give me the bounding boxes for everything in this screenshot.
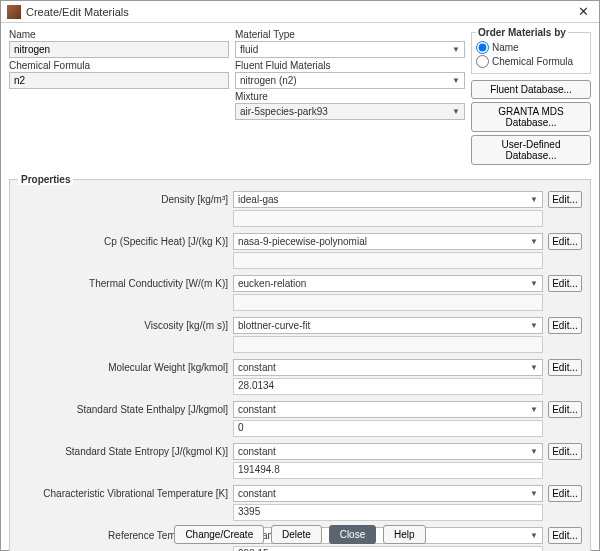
order-fieldset: Order Materials by Name Chemical Formula <box>471 27 591 74</box>
property-edit-button[interactable]: Edit... <box>548 317 582 334</box>
property-label: Density [kg/m³] <box>18 194 228 205</box>
property-method-select[interactable]: constant▼ <box>233 485 543 502</box>
property-value-input <box>233 252 543 269</box>
properties-fieldset: Properties Density [kg/m³]ideal-gas▼Edit… <box>9 174 591 551</box>
chevron-down-icon: ▼ <box>530 321 538 330</box>
order-formula-label: Chemical Formula <box>492 56 573 67</box>
formula-label: Chemical Formula <box>9 60 229 71</box>
chevron-down-icon: ▼ <box>452 45 460 54</box>
property-edit-button[interactable]: Edit... <box>548 191 582 208</box>
property-value-input[interactable]: 3395 <box>233 504 543 521</box>
fluid-materials-select[interactable]: nitrogen (n2) ▼ <box>235 72 465 89</box>
property-value-input <box>233 336 543 353</box>
property-method-value: blottner-curve-fit <box>238 320 310 331</box>
spacer <box>548 462 582 479</box>
property-edit-button[interactable]: Edit... <box>548 275 582 292</box>
spacer <box>548 252 582 269</box>
property-label: Characteristic Vibrational Temperature [… <box>18 488 228 499</box>
top-row: Name Chemical Formula Material Type flui… <box>9 27 591 168</box>
name-label: Name <box>9 29 229 40</box>
property-edit-button[interactable]: Edit... <box>548 401 582 418</box>
spacer <box>548 378 582 395</box>
fluid-materials-label: Fluent Fluid Materials <box>235 60 465 71</box>
name-input[interactable] <box>9 41 229 58</box>
change-create-button[interactable]: Change/Create <box>174 525 264 544</box>
app-icon <box>7 5 21 19</box>
property-value-input[interactable]: 298.15 <box>233 546 543 551</box>
order-by-formula[interactable]: Chemical Formula <box>476 55 586 68</box>
property-edit-button[interactable]: Edit... <box>548 485 582 502</box>
property-method-select[interactable]: eucken-relation▼ <box>233 275 543 292</box>
footer: Change/Create Delete Close Help <box>1 525 599 544</box>
order-name-radio[interactable] <box>476 41 489 54</box>
spacer <box>548 546 582 551</box>
close-icon[interactable]: ✕ <box>574 4 593 19</box>
content: Name Chemical Formula Material Type flui… <box>1 23 599 551</box>
property-method-select[interactable]: constant▼ <box>233 401 543 418</box>
property-edit-button[interactable]: Edit... <box>548 443 582 460</box>
chevron-down-icon: ▼ <box>530 363 538 372</box>
close-button[interactable]: Close <box>329 525 377 544</box>
property-value-input <box>233 294 543 311</box>
spacer <box>548 420 582 437</box>
spacer <box>548 210 582 227</box>
delete-button[interactable]: Delete <box>271 525 322 544</box>
property-method-value: eucken-relation <box>238 278 306 289</box>
property-value-input[interactable]: 28.0134 <box>233 378 543 395</box>
fluid-materials-value: nitrogen (n2) <box>240 75 297 86</box>
order-legend: Order Materials by <box>476 27 568 38</box>
dialog: Create/Edit Materials ✕ Name Chemical Fo… <box>0 0 600 551</box>
property-method-select[interactable]: constant▼ <box>233 443 543 460</box>
chevron-down-icon: ▼ <box>530 447 538 456</box>
property-value-input[interactable]: 191494.8 <box>233 462 543 479</box>
col-mid: Material Type fluid ▼ Fluent Fluid Mater… <box>235 27 465 168</box>
material-type-select[interactable]: fluid ▼ <box>235 41 465 58</box>
property-method-value: ideal-gas <box>238 194 279 205</box>
formula-input[interactable] <box>9 72 229 89</box>
property-value-row: 298.15 <box>233 546 582 551</box>
chevron-down-icon: ▼ <box>530 279 538 288</box>
fluent-database-button[interactable]: Fluent Database... <box>471 80 591 99</box>
help-button[interactable]: Help <box>383 525 426 544</box>
property-value-row: 3395 <box>233 504 582 521</box>
order-formula-radio[interactable] <box>476 55 489 68</box>
property-method-value: constant <box>238 446 276 457</box>
order-name-label: Name <box>492 42 519 53</box>
spacer <box>548 504 582 521</box>
property-method-value: constant <box>238 362 276 373</box>
property-edit-button[interactable]: Edit... <box>548 233 582 250</box>
granta-database-button[interactable]: GRANTA MDS Database... <box>471 102 591 132</box>
property-method-value: nasa-9-piecewise-polynomial <box>238 236 367 247</box>
property-value-input[interactable]: 0 <box>233 420 543 437</box>
titlebar: Create/Edit Materials ✕ <box>1 1 599 23</box>
property-row: Thermal Conductivity [W/(m K)]eucken-rel… <box>18 275 582 292</box>
property-value-row <box>233 336 582 353</box>
order-by-name[interactable]: Name <box>476 41 586 54</box>
chevron-down-icon: ▼ <box>530 489 538 498</box>
property-edit-button[interactable]: Edit... <box>548 359 582 376</box>
property-method-value: constant <box>238 404 276 415</box>
col-right: Order Materials by Name Chemical Formula… <box>471 27 591 168</box>
property-label: Viscosity [kg/(m s)] <box>18 320 228 331</box>
property-method-select[interactable]: blottner-curve-fit▼ <box>233 317 543 334</box>
property-method-select[interactable]: constant▼ <box>233 359 543 376</box>
chevron-down-icon: ▼ <box>452 76 460 85</box>
property-row: Characteristic Vibrational Temperature [… <box>18 485 582 502</box>
mixture-value: air-5species-park93 <box>240 106 328 117</box>
chevron-down-icon: ▼ <box>530 237 538 246</box>
property-value-input <box>233 210 543 227</box>
property-method-select[interactable]: ideal-gas▼ <box>233 191 543 208</box>
property-label: Cp (Specific Heat) [J/(kg K)] <box>18 236 228 247</box>
material-type-value: fluid <box>240 44 258 55</box>
property-value-row: 191494.8 <box>233 462 582 479</box>
col-left: Name Chemical Formula <box>9 27 229 168</box>
property-value-row: 28.0134 <box>233 378 582 395</box>
property-value-row <box>233 210 582 227</box>
mixture-select[interactable]: air-5species-park93 ▼ <box>235 103 465 120</box>
dialog-title: Create/Edit Materials <box>26 6 574 18</box>
user-database-button[interactable]: User-Defined Database... <box>471 135 591 165</box>
chevron-down-icon: ▼ <box>452 107 460 116</box>
property-method-select[interactable]: nasa-9-piecewise-polynomial▼ <box>233 233 543 250</box>
property-label: Molecular Weight [kg/kmol] <box>18 362 228 373</box>
spacer <box>548 294 582 311</box>
